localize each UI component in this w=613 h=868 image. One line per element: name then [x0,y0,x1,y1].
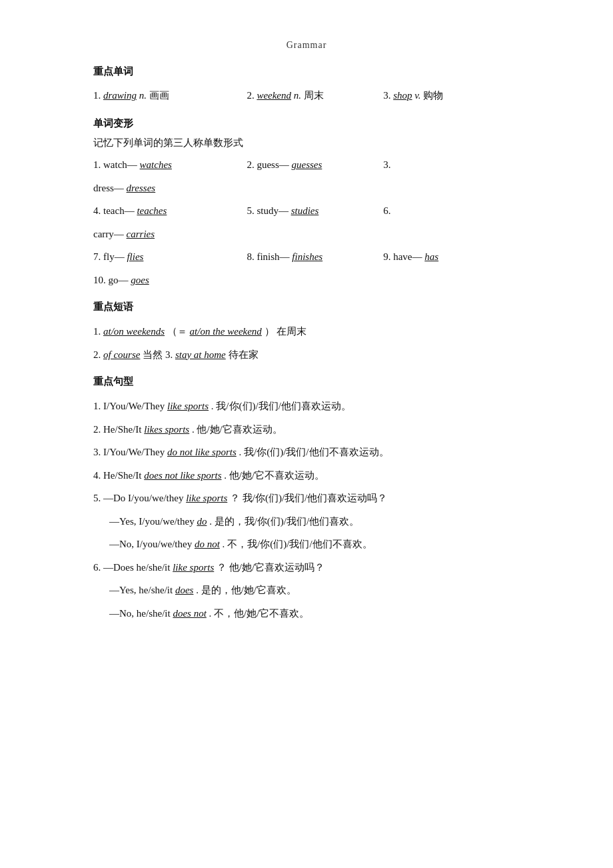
morphology-grid: 1. watch— watches 2. guess— guesses 3. d… [93,153,520,291]
morph-item-2: 2. guess— guesses [247,153,383,177]
sentence-4: 4. He/She/It does not like sports . 他/她/… [93,464,520,487]
sentence-6b: —No, he/she/it does not . 不，他/她/它不喜欢。 [93,602,520,625]
phrase-item-2: 2. of course 当然 3. stay at home 待在家 [93,343,520,367]
morph-item-4: 4. teach— teaches [93,199,247,223]
page-title: Grammar [93,40,520,51]
vocab-item-3: 3. shop v. 购物 [383,85,520,107]
morph-item-6-label: 6. [383,199,520,223]
morph-item-6: carry— carries [93,223,247,246]
vocab-row: 1. drawing n. 画画 2. weekend n. 周末 3. sho… [93,85,520,107]
morph-item-5: 5. study— studies [247,199,383,223]
morph-item-10: 10. go— goes [93,269,247,292]
section-morphology-title: 单词变形 [93,117,520,130]
sentence-5a: —Yes, I/you/we/they do . 是的，我/你(们)/我们/他们… [93,510,520,533]
sentence-6a: —Yes, he/she/it does . 是的，他/她/它喜欢。 [93,579,520,602]
phrase-item-1: 1. at/on weekends （＝ at/on the weekend ）… [93,320,520,343]
sentence-items: 1. I/You/We/They like sports . 我/你(们)/我们… [93,395,520,625]
section-vocab-title: 重点单词 [93,65,520,78]
morph-item-1: 1. watch— watches [93,153,247,177]
morph-item-8: 8. finish— finishes [247,245,383,269]
morph-item-9: 9. have— has [383,245,520,269]
sentence-3: 3. I/You/We/They do not like sports . 我/… [93,441,520,464]
morph-item-3: dress— dresses [93,177,247,200]
section-phrase-title: 重点短语 [93,301,520,313]
section-sentence-title: 重点句型 [93,375,520,388]
morph-item-3-label: 3. [383,153,520,177]
morphology-subtitle: 记忆下列单词的第三人称单数形式 [93,137,520,149]
vocab-item-1: 1. drawing n. 画画 [93,85,247,107]
sentence-1: 1. I/You/We/They like sports . 我/你(们)/我们… [93,395,520,418]
sentence-6: 6. —Does he/she/it like sports ？ 他/她/它喜欢… [93,556,520,579]
sentence-5: 5. —Do I/you/we/they like sports ？ 我/你(们… [93,487,520,510]
sentence-5b: —No, I/you/we/they do not . 不，我/你(们)/我们/… [93,533,520,556]
sentence-2: 2. He/She/It likes sports . 他/她/它喜欢运动。 [93,418,520,441]
morph-item-7: 7. fly— flies [93,245,247,269]
vocab-item-2: 2. weekend n. 周末 [247,85,383,107]
